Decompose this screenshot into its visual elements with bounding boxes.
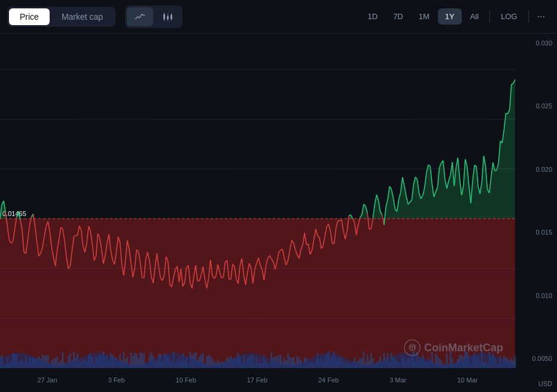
y-label-0030: 0.030 bbox=[535, 39, 552, 47]
time-1y[interactable]: 1Y bbox=[438, 8, 462, 25]
watermark: ⓜ CoinMarketCap bbox=[404, 339, 503, 356]
tab-price[interactable]: Price bbox=[9, 8, 50, 25]
x-label-feb10: 10 Feb bbox=[176, 376, 196, 384]
time-1m[interactable]: 1M bbox=[412, 8, 437, 25]
x-label-mar3: 3 Mar bbox=[389, 376, 406, 384]
main-container: Price Market cap bbox=[0, 0, 557, 392]
candle-chart-btn[interactable] bbox=[154, 7, 181, 26]
svg-text:ⓜ: ⓜ bbox=[409, 344, 416, 352]
x-axis: 27 Jan 3 Feb 10 Feb 17 Feb 24 Feb 3 Mar … bbox=[0, 368, 515, 392]
y-label-0005: 0.0050 bbox=[532, 355, 552, 362]
coinmarketcap-logo: ⓜ bbox=[404, 339, 421, 356]
tab-market-cap[interactable]: Market cap bbox=[51, 8, 114, 25]
usd-label: USD bbox=[538, 380, 552, 387]
y-label-0015: 0.015 bbox=[535, 229, 552, 236]
more-btn[interactable]: ··· bbox=[532, 8, 550, 26]
svg-rect-0 bbox=[163, 14, 165, 19]
y-label-0025: 0.025 bbox=[535, 102, 552, 110]
chart-area: 0.030 0.025 0.020 0.015 0.010 0.0050 27 … bbox=[0, 34, 557, 392]
x-label-feb3: 3 Feb bbox=[108, 376, 124, 384]
y-axis: 0.030 0.025 0.020 0.015 0.010 0.0050 bbox=[515, 34, 557, 368]
x-label-jan27: 27 Jan bbox=[37, 376, 57, 384]
log-btn[interactable]: LOG bbox=[494, 8, 524, 25]
view-tab-group: Price Market cap bbox=[7, 7, 115, 27]
svg-rect-6 bbox=[171, 15, 172, 19]
time-all[interactable]: All bbox=[463, 8, 486, 25]
svg-rect-3 bbox=[167, 16, 169, 19]
watermark-text: CoinMarketCap bbox=[424, 342, 503, 354]
toolbar: Price Market cap bbox=[0, 0, 557, 34]
x-label-mar10: 10 Mar bbox=[457, 376, 477, 384]
time-1d[interactable]: 1D bbox=[361, 8, 385, 25]
x-label-feb17: 17 Feb bbox=[247, 376, 267, 384]
toolbar-separator bbox=[489, 11, 490, 23]
y-label-0010: 0.010 bbox=[535, 292, 552, 299]
y-label-0020: 0.020 bbox=[535, 166, 552, 173]
time-period-group: 1D 7D 1M 1Y All LOG ··· bbox=[361, 8, 550, 26]
time-7d[interactable]: 7D bbox=[386, 8, 410, 25]
price-chart bbox=[0, 34, 557, 392]
chart-type-group bbox=[125, 5, 182, 28]
toolbar-separator-2 bbox=[528, 11, 529, 23]
line-chart-btn[interactable] bbox=[127, 7, 153, 26]
x-label-feb24: 24 Feb bbox=[318, 376, 339, 384]
